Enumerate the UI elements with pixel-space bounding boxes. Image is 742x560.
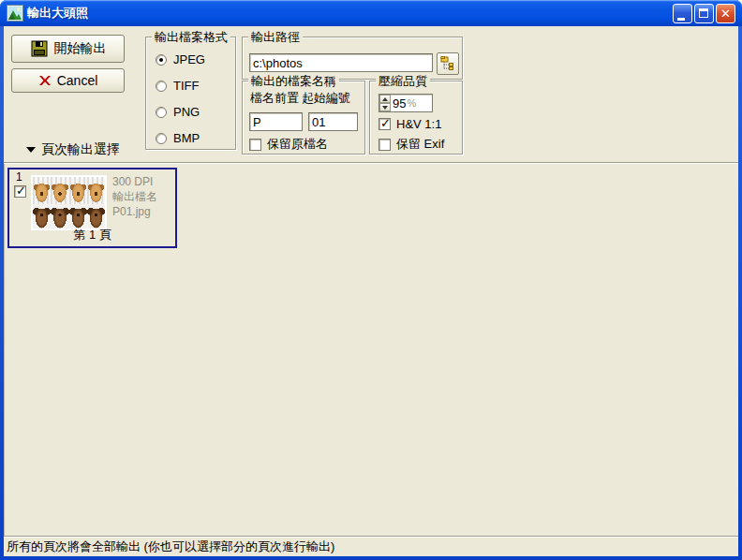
dog-photo-thumb — [69, 204, 87, 228]
page-select-label: 頁次輸出選擇 — [41, 141, 120, 158]
dog-photo-thumb — [51, 204, 68, 228]
start-export-label: 開始輸出 — [54, 40, 107, 57]
page-caption: 第 1 頁 — [9, 227, 175, 243]
quality-group: 壓縮品質 95 % H&V 1:1 保留 Exif — [369, 81, 463, 155]
minimize-button[interactable] — [673, 4, 692, 23]
cancel-x-icon — [38, 74, 52, 87]
dog-photo-thumb — [33, 177, 51, 204]
start-number-label: 起始編號 — [302, 90, 350, 107]
radio-png[interactable]: PNG — [156, 105, 200, 119]
page-info: 300 DPI 輸出檔名 P01.jpg — [112, 174, 157, 219]
page-dpi: 300 DPI — [112, 174, 157, 189]
radio-jpeg-label: JPEG — [173, 52, 205, 66]
output-path-input[interactable]: c:\photos — [249, 53, 433, 72]
maximize-icon — [699, 8, 708, 18]
radio-jpeg[interactable]: JPEG — [156, 52, 205, 66]
keep-original-checkbox-icon — [249, 139, 261, 151]
radio-tiff-icon — [156, 81, 167, 92]
radio-bmp[interactable]: BMP — [156, 131, 200, 145]
start-export-button[interactable]: 開始輸出 — [11, 35, 125, 63]
path-group-title: 輸出路徑 — [248, 29, 303, 46]
radio-bmp-icon — [156, 133, 167, 144]
radio-png-icon — [156, 107, 167, 118]
export-dialog-window: 輸出大頭照 ✕ 開始輸出 Cancel — [0, 0, 742, 560]
quality-unit: % — [407, 97, 416, 109]
keep-original-checkbox[interactable]: 保留原檔名 — [249, 136, 328, 153]
app-image-icon — [7, 5, 23, 22]
page-filename-label: 輸出檔名 — [112, 189, 157, 204]
spinner-up-button[interactable] — [379, 95, 391, 103]
status-text: 所有的頁次將會全部輸出 (你也可以選擇部分的頁次進行輸出) — [7, 538, 334, 555]
start-number-input[interactable]: 01 — [308, 112, 358, 131]
radio-tiff[interactable]: TIFF — [156, 79, 199, 93]
hv-ratio-label: H&V 1:1 — [396, 117, 441, 131]
page-checkbox-icon — [14, 185, 26, 198]
dog-photo-thumb — [69, 177, 87, 204]
spinner-down-button[interactable] — [379, 103, 391, 111]
prefix-label: 檔名前置 — [250, 90, 299, 107]
save-floppy-icon — [30, 39, 49, 58]
filename-group: 輸出的檔案名稱 檔名前置 起始編號 P 01 保留原檔名 — [242, 81, 365, 155]
spinner-down-icon — [382, 106, 388, 110]
radio-bmp-label: BMP — [173, 131, 200, 145]
page-thumbnail-card[interactable]: 1 300 DPI 輸出檔名 P01.jpg — [7, 168, 177, 248]
page-preview-image — [31, 175, 107, 230]
quality-spinner[interactable]: 95 % — [378, 94, 433, 112]
keep-original-label: 保留原檔名 — [267, 136, 328, 153]
dialog-content: 開始輸出 Cancel 頁次輸出選擇 輸出檔案格式 JPEG TIFF — [4, 26, 738, 556]
spinner-up-icon — [382, 97, 388, 101]
quality-value: 95 — [391, 96, 406, 111]
radio-tiff-label: TIFF — [173, 79, 199, 93]
hv-ratio-checkbox-icon — [378, 118, 391, 130]
dog-photo-thumb — [87, 177, 105, 204]
status-bar: 所有的頁次將會全部輸出 (你也可以選擇部分的頁次進行輸出) — [4, 537, 738, 556]
page-select-toggle[interactable]: 頁次輸出選擇 — [26, 141, 120, 158]
maximize-button[interactable] — [694, 4, 714, 23]
radio-png-label: PNG — [173, 105, 200, 119]
keep-exif-checkbox-icon — [378, 139, 391, 151]
page-list-area[interactable]: 1 300 DPI 輸出檔名 P01.jpg — [4, 164, 738, 537]
cancel-button[interactable]: Cancel — [11, 68, 125, 93]
filename-group-title: 輸出的檔案名稱 — [248, 73, 339, 90]
close-button[interactable]: ✕ — [716, 4, 735, 23]
dog-photo-thumb — [51, 177, 68, 204]
dog-photo-thumb — [33, 204, 51, 228]
cancel-label: Cancel — [57, 73, 98, 88]
titlebar[interactable]: 輸出大頭照 ✕ — [0, 0, 742, 26]
format-group: 輸出檔案格式 JPEG TIFF PNG BMP — [145, 37, 236, 150]
quality-group-title: 壓縮品質 — [376, 73, 430, 90]
prefix-input[interactable]: P — [249, 112, 303, 131]
keep-exif-checkbox[interactable]: 保留 Exif — [378, 136, 444, 153]
dropdown-arrow-icon — [26, 147, 36, 153]
format-group-title: 輸出檔案格式 — [152, 29, 230, 46]
page-checkbox[interactable] — [14, 185, 26, 198]
browse-folder-button[interactable] — [437, 52, 459, 75]
page-number: 1 — [16, 170, 22, 184]
close-icon: ✕ — [717, 6, 735, 22]
radio-jpeg-icon — [156, 54, 167, 66]
window-title: 輸出大頭照 — [27, 5, 88, 22]
hv-ratio-checkbox[interactable]: H&V 1:1 — [378, 117, 441, 131]
dog-photo-thumb — [87, 204, 105, 228]
minimize-icon — [677, 18, 685, 21]
page-filename: P01.jpg — [112, 204, 157, 219]
keep-exif-label: 保留 Exif — [396, 136, 444, 153]
folder-tree-icon — [440, 56, 455, 71]
